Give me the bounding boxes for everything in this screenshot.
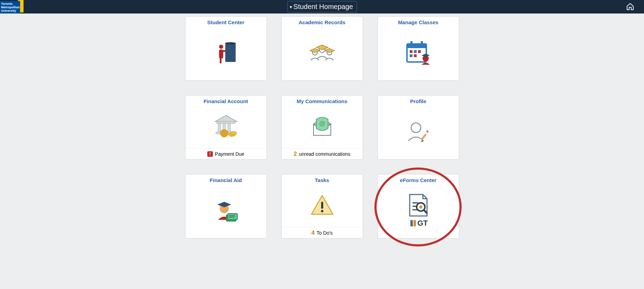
header-bar: Toronto Metropolitan University ▾ Studen… (0, 0, 644, 13)
svg-rect-38 (426, 130, 428, 133)
eforms-center-icon: GT (378, 183, 459, 238)
home-icon (626, 2, 634, 11)
tile-my-communications[interactable]: My Communications @ 2 unread communicati… (281, 95, 363, 160)
svg-rect-25 (218, 124, 221, 132)
tile-title: Manage Classes (398, 19, 438, 25)
tile-profile[interactable]: Profile (378, 95, 459, 160)
svg-point-2 (219, 45, 223, 49)
tile-title: Financial Aid (210, 177, 242, 183)
tile-status: 4 To Do's (282, 227, 363, 238)
content-area: Student Center Academic Records (0, 13, 644, 238)
status-count: 2 (293, 151, 297, 157)
logo-text-1: Toronto (1, 2, 12, 6)
financial-account-icon (185, 104, 266, 148)
tile-manage-classes[interactable]: Manage Classes (378, 16, 459, 81)
svg-rect-36 (421, 133, 427, 140)
manage-classes-icon (378, 25, 459, 80)
svg-rect-55 (410, 220, 413, 226)
tile-title: Tasks (315, 177, 329, 183)
tile-status: 2 unread communications (282, 148, 363, 159)
svg-marker-11 (316, 45, 328, 50)
student-center-icon (185, 25, 266, 80)
svg-rect-20 (414, 54, 417, 57)
svg-rect-14 (410, 41, 412, 45)
tile-eforms-center[interactable]: eForms Center GT (378, 174, 459, 238)
tile-title: Student Center (207, 19, 245, 25)
svg-rect-56 (414, 220, 416, 226)
svg-rect-15 (421, 41, 423, 45)
svg-point-1 (225, 42, 236, 44)
status-count: 4 (311, 229, 315, 236)
tile-title: eForms Center (400, 177, 437, 183)
homepage-dropdown[interactable]: ▾ Student Homepage (287, 1, 357, 12)
alert-icon: ! (207, 151, 213, 157)
chevron-down-icon: ▾ (290, 4, 292, 10)
svg-rect-13 (407, 44, 426, 48)
svg-rect-5 (220, 58, 221, 63)
tile-academic-records[interactable]: Academic Records (281, 16, 363, 81)
status-text: unread communications (299, 151, 351, 157)
financial-aid-icon (185, 183, 266, 238)
svg-marker-40 (217, 202, 231, 207)
svg-marker-7 (310, 48, 320, 53)
academic-records-icon (282, 25, 363, 80)
svg-rect-19 (410, 54, 412, 57)
tile-financial-account[interactable]: Financial Account ! Payment Due (185, 95, 267, 160)
tile-title: My Communications (297, 98, 347, 104)
profile-icon (378, 104, 459, 159)
logo-text-2: Metropolitan (1, 6, 20, 9)
svg-text:@: @ (319, 120, 325, 127)
tile-financial-aid[interactable]: Financial Aid (185, 174, 267, 238)
svg-rect-4 (223, 50, 226, 52)
svg-marker-9 (325, 48, 334, 53)
svg-marker-23 (215, 115, 237, 121)
svg-point-47 (321, 210, 323, 212)
page-title: Student Homepage (293, 3, 353, 11)
status-text: Payment Due (215, 151, 244, 157)
svg-rect-27 (228, 124, 230, 132)
tile-title: Academic Records (299, 19, 345, 25)
svg-rect-0 (225, 43, 236, 62)
svg-rect-46 (321, 202, 323, 209)
tile-grid: Student Center Academic Records (185, 16, 459, 238)
home-button[interactable] (626, 2, 634, 12)
svg-rect-17 (414, 50, 417, 53)
svg-rect-16 (410, 50, 412, 53)
tile-tasks[interactable]: Tasks 4 To Do's (281, 174, 363, 238)
logo-text-3: University (1, 9, 16, 12)
tile-student-center[interactable]: Student Center (185, 16, 267, 81)
svg-rect-18 (418, 50, 421, 53)
svg-point-29 (220, 129, 228, 137)
svg-rect-24 (217, 121, 235, 124)
tile-status: ! Payment Due (185, 148, 266, 159)
tasks-icon (282, 183, 363, 227)
tile-title: Profile (410, 98, 426, 104)
my-communications-icon: @ (282, 104, 363, 148)
tile-title: Financial Account (203, 98, 248, 104)
svg-text:GT: GT (417, 219, 428, 227)
svg-point-35 (411, 123, 421, 133)
svg-point-31 (230, 132, 237, 135)
status-text: To Do's (317, 230, 333, 236)
university-logo[interactable]: Toronto Metropolitan University (0, 0, 24, 13)
